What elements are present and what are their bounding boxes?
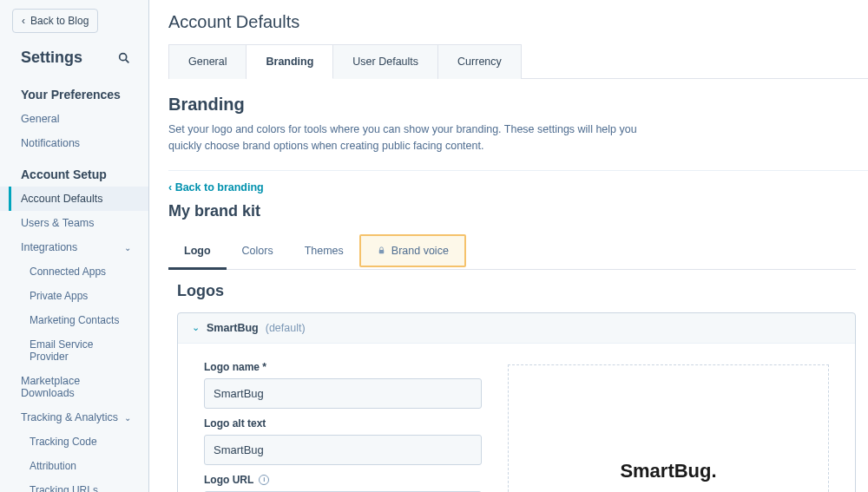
back-button-label: Back to Blog	[30, 15, 89, 27]
sidebar-item-marketing-contacts[interactable]: Marketing Contacts	[0, 308, 148, 332]
svg-point-0	[120, 53, 127, 60]
logo-url-label: Logo URL i	[204, 474, 482, 486]
nav-group-account-setup: Account Setup	[0, 155, 148, 187]
lock-icon	[377, 246, 386, 255]
sidebar-item-tracking-analytics[interactable]: Tracking & Analytics⌄	[0, 405, 148, 430]
logo-name-label: Logo name *	[204, 361, 482, 373]
sidebar-item-users-teams[interactable]: Users & Teams	[0, 211, 148, 235]
logo-name-input[interactable]	[204, 378, 482, 409]
main-content: Account Defaults General Branding User D…	[149, 0, 868, 492]
inner-tab-row: Logo Colors Themes Brand voice	[168, 233, 856, 270]
tab-currency[interactable]: Currency	[438, 44, 522, 79]
top-tab-row: General Branding User Defaults Currency	[168, 44, 868, 79]
sidebar-item-marketplace-downloads[interactable]: Marketplace Downloads	[0, 369, 148, 405]
form-column: Logo name * Logo alt text Logo URL i Wid…	[204, 352, 482, 493]
my-brand-kit-heading: My brand kit	[168, 202, 868, 220]
back-to-branding-link[interactable]: ‹ Back to branding	[168, 181, 868, 194]
logo-panel: ⌄ SmartBug (default) Logo name * Logo al…	[177, 312, 856, 493]
alt-text-label: Logo alt text	[204, 417, 482, 430]
sidebar-item-notifications[interactable]: Notifications	[0, 131, 148, 155]
sidebar-item-private-apps[interactable]: Private Apps	[0, 284, 148, 308]
panel-suffix: (default)	[266, 322, 306, 334]
inner-tab-brand-voice[interactable]: Brand voice	[359, 234, 466, 267]
sidebar-item-attribution[interactable]: Attribution	[0, 454, 148, 478]
tab-branding[interactable]: Branding	[247, 44, 333, 79]
divider	[168, 170, 868, 171]
logo-preview: SmartBug.	[508, 364, 829, 493]
svg-line-1	[126, 59, 129, 62]
info-icon[interactable]: i	[259, 475, 269, 485]
logos-heading: Logos	[177, 282, 868, 300]
chevron-down-icon: ⌄	[124, 243, 131, 253]
sidebar-item-general[interactable]: General	[0, 107, 148, 131]
alt-text-input[interactable]	[204, 435, 482, 465]
sidebar-item-tracking-code[interactable]: Tracking Code	[0, 430, 148, 454]
inner-tab-logo[interactable]: Logo	[168, 233, 227, 269]
inner-tab-themes[interactable]: Themes	[289, 233, 359, 269]
sidebar: ‹ Back to Blog Settings Your Preferences…	[0, 0, 149, 492]
sidebar-item-connected-apps[interactable]: Connected Apps	[0, 259, 148, 284]
branding-description: Set your logo and colors for tools where…	[168, 121, 672, 154]
inner-tab-colors[interactable]: Colors	[227, 233, 289, 269]
page-title: Account Defaults	[168, 12, 868, 32]
branding-heading: Branding	[168, 95, 868, 115]
chevron-down-icon: ⌄	[124, 413, 131, 423]
tab-general[interactable]: General	[168, 44, 247, 79]
logo-preview-text: SmartBug.	[620, 460, 716, 482]
search-icon[interactable]	[117, 51, 131, 65]
chevron-left-icon: ‹	[22, 15, 25, 27]
panel-name: SmartBug	[207, 322, 259, 334]
back-to-blog-button[interactable]: ‹ Back to Blog	[12, 9, 98, 33]
chevron-left-icon: ‹	[168, 181, 175, 194]
panel-body: Logo name * Logo alt text Logo URL i Wid…	[178, 343, 855, 493]
chevron-down-icon: ⌄	[192, 322, 200, 333]
nav-group-preferences: Your Preferences	[0, 75, 148, 107]
sidebar-item-account-defaults[interactable]: Account Defaults	[0, 187, 148, 211]
sidebar-item-integrations[interactable]: Integrations⌄	[0, 235, 148, 259]
sidebar-item-email-service-provider[interactable]: Email Service Provider	[0, 332, 148, 369]
tab-user-defaults[interactable]: User Defaults	[333, 44, 438, 79]
panel-header[interactable]: ⌄ SmartBug (default)	[178, 313, 855, 343]
sidebar-item-tracking-urls[interactable]: Tracking URLs	[0, 478, 148, 492]
svg-rect-2	[379, 250, 385, 253]
settings-title: Settings	[21, 49, 82, 67]
